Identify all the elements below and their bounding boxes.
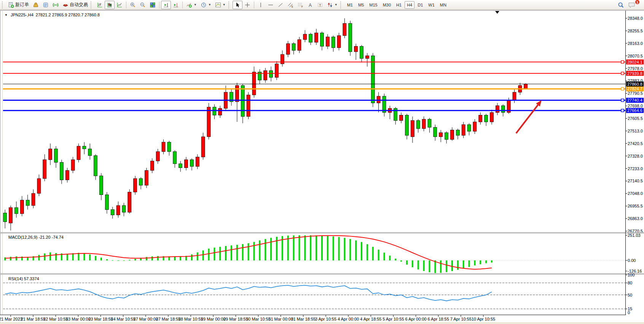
time-axis-label: 24 Mar 10:55 <box>111 317 135 321</box>
indicators-button[interactable]: ▼ <box>184 1 199 9</box>
vertical-line-button[interactable] <box>256 1 266 9</box>
candle-body <box>77 146 80 160</box>
autoscroll-button[interactable] <box>161 1 171 9</box>
price-badge: 27664.6 <box>626 108 644 113</box>
periods-button[interactable]: ▼ <box>199 1 213 9</box>
macd-bar <box>480 260 481 264</box>
candle-body <box>83 146 86 149</box>
timeframe-button-mn[interactable]: MN <box>438 1 449 9</box>
crosshair-button[interactable] <box>242 1 252 9</box>
tile-windows-button[interactable] <box>148 1 158 9</box>
svg-text:A: A <box>309 2 312 8</box>
candle-body <box>416 121 420 129</box>
macd-bar <box>259 240 260 260</box>
macd-bar <box>146 257 147 260</box>
marketwatch-button[interactable] <box>31 1 41 9</box>
candle-body <box>111 209 114 215</box>
zoom-out-button[interactable] <box>138 1 148 9</box>
candle-body <box>134 179 137 192</box>
time-axis-label: 29 Mar 18:55 <box>223 317 248 321</box>
macd-bar <box>434 260 436 273</box>
candle-body <box>43 160 46 179</box>
price-badge-label: 27824.7 <box>627 86 642 91</box>
macd-bar <box>197 252 198 260</box>
price-badge-label: 28024.1 <box>627 60 642 64</box>
toolbar-grip[interactable] <box>91 2 93 8</box>
equidistant-channel-icon: E <box>287 2 293 8</box>
chart-shift-button[interactable] <box>171 1 181 9</box>
toolbar-grip[interactable] <box>340 2 343 8</box>
timeframe-button-d1[interactable]: D1 <box>415 1 425 9</box>
equidistant-channel-button[interactable]: E <box>285 1 295 9</box>
timeframe-button-m15[interactable]: M15 <box>367 1 379 9</box>
arrows-button[interactable]: ▼ <box>325 1 340 9</box>
macd-bar <box>55 253 57 260</box>
candle-body <box>128 192 131 212</box>
macd-bar <box>225 246 226 260</box>
zoom-in-button[interactable] <box>128 1 138 9</box>
line-handle[interactable] <box>621 109 624 112</box>
toolbar-grip[interactable] <box>228 2 231 8</box>
cursor-button[interactable] <box>233 1 242 9</box>
horizontal-line-button[interactable] <box>266 1 276 9</box>
candle-body <box>94 156 97 176</box>
notification-badge: 1 <box>635 0 640 5</box>
macd-bar <box>129 260 130 260</box>
symbol-dropdown-icon[interactable]: ▼ <box>5 13 8 17</box>
candle-body <box>264 70 267 80</box>
macd-bar <box>157 256 159 260</box>
timeframe-button-h1[interactable]: H1 <box>394 1 404 9</box>
macd-bar <box>174 257 175 260</box>
trendline-button[interactable] <box>276 1 285 9</box>
price-axis-label: 27420.5 <box>628 141 643 146</box>
timeframe-button-m5[interactable]: M5 <box>356 1 366 9</box>
candlestick-chart-button[interactable] <box>105 1 115 9</box>
candle-body <box>513 92 516 100</box>
price-chart[interactable]: 28348.028255.528163.028070.527978.027883… <box>0 0 644 324</box>
indicators-icon <box>186 2 192 8</box>
macd-indicator-label: MACD(12,26,9) -21.20 -74.74 <box>8 235 64 239</box>
macd-bar <box>383 252 385 260</box>
timeframe-button-m1[interactable]: M1 <box>345 1 355 9</box>
time-axis-label: 7 Apr 10:55 <box>450 317 472 321</box>
chart-title[interactable]: ▼ JPN225-,H4 27821.2 27865.9 27820.7 278… <box>5 13 100 17</box>
crosshair-icon <box>244 2 250 8</box>
line-handle[interactable] <box>621 61 624 63</box>
timeframe-button-w1[interactable]: W1 <box>426 1 437 9</box>
candle-body <box>190 160 193 166</box>
text-label-button[interactable]: T <box>315 1 325 9</box>
macd-bar <box>180 256 181 260</box>
search-button[interactable] <box>615 1 626 9</box>
notifications-button[interactable]: 1 <box>626 1 638 9</box>
search-icon <box>617 2 624 8</box>
macd-bar <box>242 244 244 260</box>
toolbar-grip[interactable] <box>2 2 5 8</box>
candle-body <box>303 34 307 40</box>
candle <box>134 176 137 195</box>
text-button[interactable]: A <box>305 1 315 9</box>
macd-bar <box>400 260 402 262</box>
fibonacci-button[interactable]: F <box>295 1 305 9</box>
candle-body <box>65 171 69 180</box>
line-handle[interactable] <box>621 88 624 90</box>
candle <box>337 33 341 50</box>
new-order-button[interactable]: 新订单 <box>6 1 31 9</box>
macd-bar <box>287 236 289 260</box>
candle-body <box>99 176 103 195</box>
timeframe-button-h4[interactable]: H4 <box>405 1 414 9</box>
timeframe-button-m30[interactable]: M30 <box>381 1 393 9</box>
signals-button[interactable] <box>51 1 61 9</box>
autotrading-button[interactable]: 自动交易 <box>61 1 90 9</box>
candle <box>145 168 148 188</box>
macd-bar <box>293 235 295 260</box>
candle-body <box>349 23 352 51</box>
line-handle[interactable] <box>621 99 624 102</box>
time-axis-label: 27 Mar 18:55 <box>156 317 181 321</box>
line-handle[interactable] <box>621 72 624 75</box>
autotrading-cap-icon <box>62 2 69 8</box>
line-chart-button[interactable] <box>115 1 124 9</box>
svg-text:F: F <box>301 5 303 8</box>
metaeditor-button[interactable] <box>41 1 51 9</box>
templates-button[interactable]: ▼ <box>213 1 228 9</box>
bar-chart-button[interactable] <box>95 1 105 9</box>
